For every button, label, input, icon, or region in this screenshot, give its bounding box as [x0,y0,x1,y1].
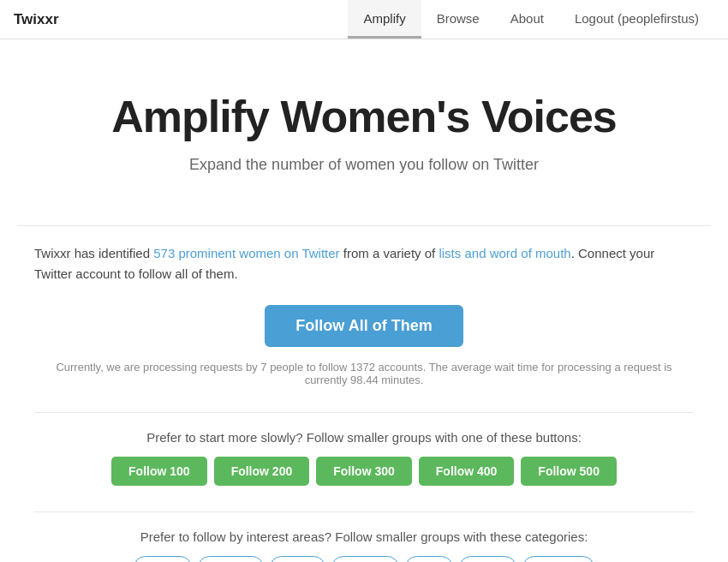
main-content: Twixxr has identified 573 prominent wome… [17,243,711,562]
category-tag-activist[interactable]: activist [134,556,192,562]
intro-middle: from a variety of [340,246,439,260]
category-tag-amazing[interactable]: amazing [198,556,264,562]
follow-all-button[interactable]: Follow All of Them [265,305,462,347]
category-tag-ceo[interactable]: CEO [405,556,453,562]
lists-link[interactable]: lists and word of mouth [439,246,570,260]
status-text: Currently, we are processing requests by… [34,361,694,386]
category-tag-author[interactable]: author [270,556,325,562]
nav-browse[interactable]: Browse [421,0,495,39]
follow-100-button[interactable]: Follow 100 [111,457,207,486]
nav-amplify[interactable]: Amplify [348,0,421,39]
section-divider-3 [34,511,694,512]
follow-300-button[interactable]: Follow 300 [316,457,412,486]
nav-logout[interactable]: Logout (peoplefirstus) [559,0,714,39]
follow-400-button[interactable]: Follow 400 [419,457,515,486]
section-divider [17,225,711,226]
brand-logo: Twixxr [14,11,59,28]
smaller-groups-title: Prefer to start more slowly? Follow smal… [34,430,694,445]
navbar: Twixxr Amplify Browse About Logout (peop… [0,0,728,39]
nav-about[interactable]: About [495,0,559,39]
follow-500-button[interactable]: Follow 500 [521,457,617,486]
categories-rows: activistamazingauthorbusinessCEOdesigned… [34,556,694,562]
intro-prefix: Twixxr has identified [34,246,153,260]
prominent-women-link[interactable]: 573 prominent women on Twitter [153,246,339,260]
hero-title: Amplify Women's Voices [34,91,694,142]
categories-section: Prefer to follow by interest areas? Foll… [34,529,694,562]
category-tag-education[interactable]: education [522,556,594,562]
hero-section: Amplify Women's Voices Expand the number… [17,39,711,208]
section-divider-2 [34,412,694,413]
nav-links: Amplify Browse About Logout (peoplefirst… [348,0,714,39]
hero-subtitle: Expand the number of women you follow on… [34,156,694,174]
follow-200-button[interactable]: Follow 200 [214,457,310,486]
categories-title: Prefer to follow by interest areas? Foll… [34,529,694,544]
follow-buttons-row: Follow 100 Follow 200 Follow 300 Follow … [34,457,694,486]
category-tag-business[interactable]: business [331,556,399,562]
intro-paragraph: Twixxr has identified 573 prominent wome… [34,243,694,284]
categories-row-0: activistamazingauthorbusinessCEOdesigned… [34,556,694,562]
category-tag-design[interactable]: design [459,556,516,562]
